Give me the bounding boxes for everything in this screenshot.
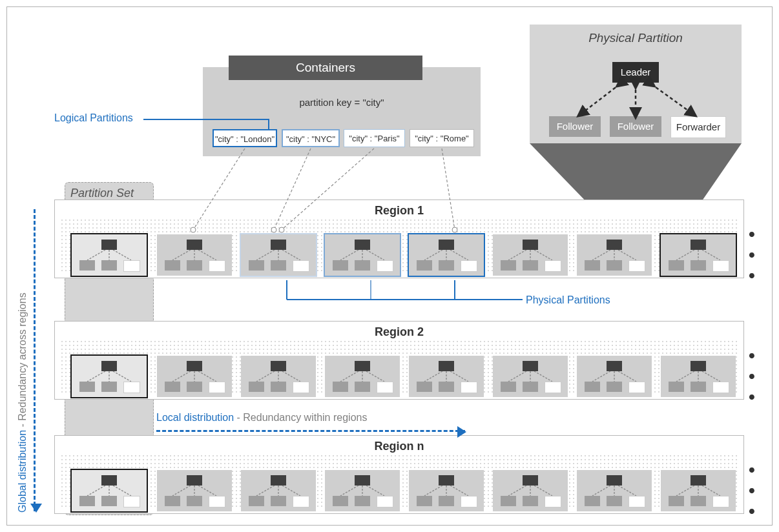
region-n-partitions: • • • (55, 453, 743, 522)
logical-partitions-connector-v (268, 119, 269, 129)
local-distribution-label: Local distribution - Redundancy within r… (156, 412, 367, 424)
region-n: Region n • • • (54, 435, 744, 514)
region-2-title: Region 2 (55, 325, 743, 339)
region-2-partitions: • • • (55, 339, 743, 407)
logical-partitions-label: Logical Partitions (54, 112, 133, 124)
physical-partition-icon (70, 469, 148, 513)
physical-partition-icon (70, 233, 148, 277)
svg-line-63 (366, 486, 384, 496)
svg-line-70 (592, 486, 610, 496)
svg-line-48 (618, 371, 636, 382)
svg-line-42 (450, 371, 468, 382)
region-1-title: Region 1 (55, 204, 743, 218)
region-1: Region 1 • • • (54, 200, 744, 278)
local-distribution-subtitle: - Redundancy within regions (237, 412, 368, 423)
svg-line-49 (676, 371, 694, 382)
svg-line-57 (198, 486, 216, 496)
svg-line-34 (256, 371, 275, 382)
svg-line-69 (534, 486, 552, 496)
svg-line-39 (366, 371, 384, 382)
svg-line-6 (113, 250, 131, 260)
svg-line-7 (172, 250, 191, 260)
ellipsis-icon: • • • (745, 460, 756, 522)
region-1-partitions: • • • (55, 218, 743, 286)
svg-line-12 (282, 250, 300, 260)
physical-partition-icon (241, 234, 316, 276)
svg-line-0 (581, 84, 620, 114)
logical-partition-rome: "city" : "Rome" (410, 129, 474, 147)
svg-line-21 (534, 250, 552, 260)
svg-line-9 (198, 250, 216, 260)
global-distribution-subtitle: - Redundancy across regions (17, 292, 28, 427)
physical-partition-icon (661, 234, 736, 276)
local-distribution-arrow-icon (156, 430, 465, 432)
physical-partition-icon (577, 234, 652, 276)
svg-line-52 (87, 486, 105, 496)
local-distribution-title: Local distribution (156, 412, 234, 423)
region-2: Region 2 • • • (54, 321, 744, 400)
physical-partition-icon (325, 356, 400, 397)
svg-line-37 (340, 371, 358, 382)
physical-partition-icon (409, 234, 484, 276)
svg-line-40 (424, 371, 442, 382)
svg-line-46 (592, 371, 610, 382)
physical-partition-icon (493, 470, 568, 511)
global-distribution-label: Global distribution - Redundancy across … (17, 292, 28, 513)
partition-set-label: Partition Set (70, 187, 134, 200)
svg-line-19 (508, 250, 526, 260)
global-distribution-arrow-icon (34, 209, 36, 511)
svg-line-18 (450, 250, 468, 260)
svg-line-67 (508, 486, 526, 496)
svg-line-4 (87, 250, 105, 260)
ellipsis-icon: • • • (745, 345, 756, 407)
svg-line-10 (256, 250, 275, 260)
logical-partition-paris: "city" : "Paris" (344, 129, 405, 147)
svg-line-58 (256, 486, 275, 496)
svg-line-15 (366, 250, 384, 260)
logical-partitions-connector (143, 119, 269, 120)
svg-line-66 (450, 486, 468, 496)
detail-arrows-icon (530, 25, 742, 143)
svg-line-13 (340, 250, 358, 260)
svg-line-36 (282, 371, 300, 382)
svg-line-25 (676, 250, 694, 260)
global-distribution-title: Global distribution (17, 430, 28, 513)
svg-line-55 (172, 486, 191, 496)
region-n-title: Region n (55, 440, 743, 453)
physical-partition-icon (661, 470, 736, 511)
physical-partition-icon (241, 356, 316, 397)
logical-partition-london: "city" : "London" (213, 129, 277, 147)
svg-line-64 (424, 486, 442, 496)
svg-line-72 (618, 486, 636, 496)
svg-line-75 (702, 486, 720, 496)
physical-partition-icon (157, 356, 232, 397)
physical-partition-icon (661, 356, 736, 397)
ellipsis-icon: • • • (745, 224, 756, 286)
physical-partition-icon (325, 470, 400, 511)
svg-line-45 (534, 371, 552, 382)
svg-line-24 (618, 250, 636, 260)
containers-title: Containers (229, 56, 422, 80)
physical-partition-icon (70, 354, 148, 398)
svg-line-60 (282, 486, 300, 496)
physical-partitions-label: Physical Partitions (526, 294, 610, 306)
physical-partition-icon (577, 356, 652, 397)
svg-line-28 (87, 371, 105, 382)
physical-partition-icon (157, 470, 232, 511)
svg-line-73 (676, 486, 694, 496)
svg-line-31 (172, 371, 191, 382)
svg-line-43 (508, 371, 526, 382)
svg-line-2 (651, 84, 692, 114)
diagram-frame: Partition Set Containers partition key =… (0, 0, 779, 532)
physical-partition-icon (325, 234, 400, 276)
svg-line-16 (424, 250, 442, 260)
physical-partition-icon (409, 470, 484, 511)
physical-partition-detail: Physical Partition Leader Follower Follo… (530, 25, 742, 143)
svg-line-30 (113, 371, 131, 382)
svg-line-54 (113, 486, 131, 496)
physical-partition-icon (241, 470, 316, 511)
svg-line-27 (702, 250, 720, 260)
partition-key-text: partition key = "city" (203, 97, 481, 108)
physical-partition-icon (157, 234, 232, 276)
physical-partition-icon (493, 356, 568, 397)
